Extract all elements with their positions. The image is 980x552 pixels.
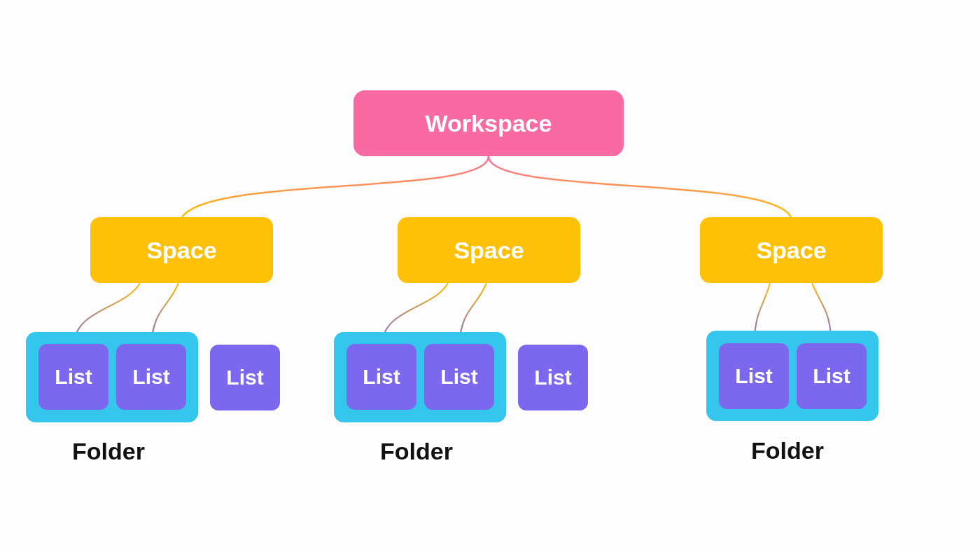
space-node-3: Space [700, 217, 883, 283]
folder-label-2: Folder [380, 438, 453, 465]
list-node: List [424, 344, 494, 410]
list-node: List [719, 343, 789, 409]
space-node-2: Space [398, 217, 580, 283]
list-node: List [116, 344, 186, 410]
workspace-node: Workspace [354, 90, 624, 156]
list-node: List [346, 344, 416, 410]
list-node: List [797, 343, 867, 409]
folder-label-1: Folder [72, 438, 145, 465]
hierarchy-diagram: Workspace Space Space Space List List Li… [0, 0, 980, 552]
list-node: List [518, 345, 588, 410]
list-node: List [38, 344, 108, 410]
space-node-1: Space [90, 217, 273, 283]
folder-label-3: Folder [751, 437, 824, 464]
list-node: List [210, 345, 280, 410]
